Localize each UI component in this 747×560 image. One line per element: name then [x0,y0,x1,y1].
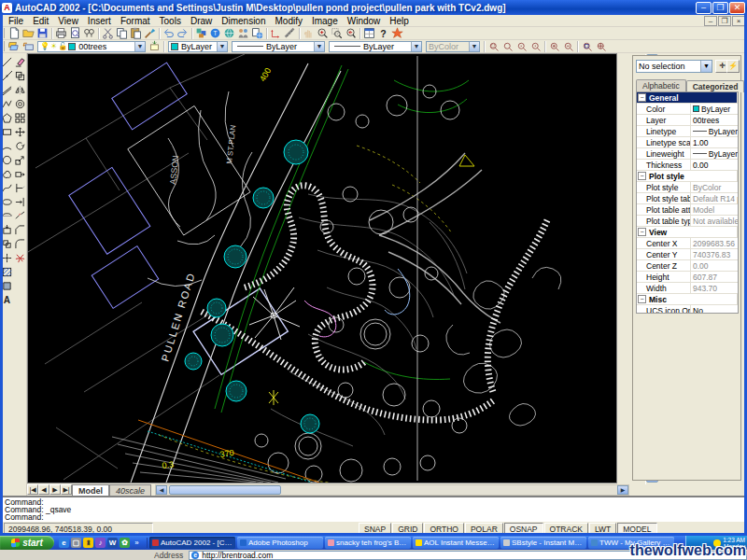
layer-freeze-sun-icon[interactable]: ☀ [50,42,57,50]
chevron-down-icon[interactable]: ▼ [411,42,421,51]
erase-icon[interactable] [14,55,26,69]
stretch-icon[interactable] [14,167,26,181]
command-window[interactable]: Command: Command: _qsave Command: [0,496,747,521]
zoom-all-icon[interactable] [580,40,594,52]
maximize-button[interactable]: ❐ [712,2,728,14]
pan-realtime-icon[interactable] [302,27,316,39]
ie-icon[interactable]: e [59,538,69,548]
redo-icon[interactable] [176,27,190,39]
menu-modify[interactable]: Modify [271,16,307,26]
winamp-icon[interactable]: ♪ [95,538,106,548]
menu-draw[interactable]: Draw [186,16,217,26]
active-assistance-icon[interactable] [390,27,404,39]
linetype-combobox[interactable]: ByLayer ▼ [232,41,325,52]
tab-prev-icon[interactable]: ◀ [38,484,49,495]
quick-select-icon[interactable]: ⚡ [726,60,740,73]
copy-icon[interactable] [115,27,129,39]
tab-next-icon[interactable]: ▶ [49,484,61,495]
menu-tools[interactable]: Tools [155,16,186,26]
paste-icon[interactable] [129,27,143,39]
color-combobox[interactable]: ByLayer ▼ [168,41,228,52]
quicklaunch-overflow-chevron-icon[interactable]: » [132,538,142,548]
property-row-linetype[interactable]: LinetypeByLayer [637,126,738,137]
drawing-canvas[interactable]: 400 370 0.3 PULLEN ROAD ASSON M ST PLAN … [27,53,617,483]
zoom-extents-icon[interactable] [594,40,608,52]
plot-icon[interactable] [54,27,68,39]
save-icon[interactable] [35,27,49,39]
chevron-down-icon[interactable]: ▼ [700,61,712,72]
make-layer-current-icon[interactable] [148,40,162,52]
word-icon[interactable]: W [107,538,118,548]
zoom-center-icon[interactable] [529,40,543,52]
menu-dimension[interactable]: Dimension [217,16,270,26]
taskbar-item-aim[interactable]: AOL Instant Messeng... [413,537,499,549]
selection-combobox[interactable]: No selection ▼ [636,60,712,73]
publish-web-icon[interactable] [250,27,264,39]
help-icon[interactable]: ? [376,27,390,39]
menu-format[interactable]: Format [116,16,155,26]
copy-object-icon[interactable] [14,69,26,83]
fillet-icon[interactable] [14,237,26,251]
tab-40scale[interactable]: 40scale [109,484,151,496]
taskbar-item-sbstyle[interactable]: SBstyle - Instant Mes... [500,537,586,549]
zoom-scale-icon[interactable] [514,40,529,52]
tab-last-icon[interactable]: ▶| [61,484,72,495]
zoom-out-icon[interactable] [561,40,575,52]
layer-previous-icon[interactable] [21,40,35,52]
tab-model[interactable]: Model [72,484,109,496]
category-misc[interactable]: −Misc [637,294,738,305]
tab-alphabetic[interactable]: Alphabetic [636,79,686,91]
array-icon[interactable] [14,111,26,125]
plot-preview-icon[interactable] [68,27,82,39]
chevron-down-icon[interactable]: ▼ [314,42,324,51]
category-view[interactable]: −View [637,227,738,238]
today-icon[interactable]: T [208,27,222,39]
horizontal-scroll-thumb[interactable] [169,485,281,495]
title-bar[interactable]: A AutoCAD 2002 - [C:\Documents and Setti… [0,0,747,15]
layers-dialog-icon[interactable] [7,40,21,52]
break-icon[interactable] [14,209,26,223]
find-icon[interactable] [82,27,96,39]
chevron-down-icon[interactable]: ▼ [217,42,227,51]
designcenter-icon[interactable] [194,27,208,39]
show-desktop-icon[interactable]: ▢ [71,538,81,548]
menu-view[interactable]: View [53,16,83,26]
layer-lock-icon[interactable]: 🔓 [58,42,67,50]
taskbar-item-snacky[interactable]: snacky teh frog's Bu... [325,537,411,549]
menu-window[interactable]: Window [343,16,386,26]
chevron-down-icon[interactable]: ▼ [134,42,145,51]
category-plot-style[interactable]: −Plot style [637,171,738,182]
canvas-horizontal-scrollbar[interactable]: ◀ ▶ [155,484,629,496]
mdi-close-icon[interactable]: × [732,16,745,26]
new-icon[interactable] [7,27,21,39]
start-button[interactable]: start [0,536,54,550]
menu-help[interactable]: Help [385,16,414,26]
zoom-dynamic-icon[interactable] [500,40,514,52]
lineweight-combobox[interactable]: ByLayer ▼ [329,41,422,52]
autodesk-online-icon[interactable] [222,27,236,39]
ucs-icon[interactable] [269,27,283,39]
mdi-restore-icon[interactable]: ❐ [718,16,731,26]
menu-edit[interactable]: Edit [28,16,53,26]
meet-now-icon[interactable] [236,27,250,39]
rotate-icon[interactable] [14,139,26,153]
move-icon[interactable] [14,125,26,139]
layer-combobox[interactable]: 💡 ☀ 🔓 00trees ▼ [37,41,146,52]
undo-icon[interactable] [162,27,176,39]
match-properties-icon[interactable] [143,27,157,39]
msn-icon[interactable]: ✿ [120,538,130,548]
close-button[interactable]: ✕ [729,2,745,14]
minimize-button[interactable]: – [696,2,712,14]
properties-icon[interactable] [362,27,376,39]
menu-image[interactable]: Image [307,16,343,26]
scale-icon[interactable] [14,153,26,167]
property-row-lineweight[interactable]: LineweightByLayer [637,148,738,160]
property-row-thickness[interactable]: Thickness0.00 [637,160,738,171]
zoom-window-icon[interactable] [486,40,500,52]
chamfer-icon[interactable] [14,223,26,237]
property-row-ucs-icon-on[interactable]: UCS icon OnNo [637,305,738,314]
aim-icon[interactable]: 🯅 [83,538,93,548]
distance-icon[interactable] [283,27,297,39]
extend-icon[interactable] [14,195,26,209]
menu-insert[interactable]: Insert [83,16,116,26]
